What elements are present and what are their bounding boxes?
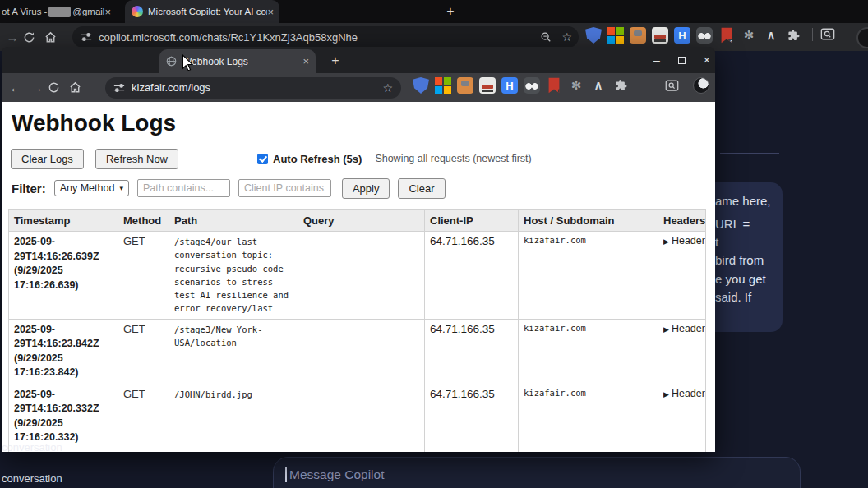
refresh-now-button[interactable]: Refresh Now: [95, 149, 178, 169]
flag-extension-icon[interactable]: 2: [546, 77, 562, 94]
client-ip-cell: 64.71.166.35: [425, 449, 519, 452]
outer-tab1-title: ot A Virus -: [2, 7, 47, 16]
host-cell: kizafair.com: [519, 449, 658, 452]
forward-icon[interactable]: →: [26, 81, 48, 94]
column-header: Query: [298, 210, 425, 232]
profile-avatar[interactable]: [693, 77, 709, 94]
globe-icon: [166, 56, 177, 67]
site-settings-icon[interactable]: [81, 31, 92, 43]
reload-icon[interactable]: [23, 31, 44, 44]
headers-toggle[interactable]: ▶Headers: [658, 232, 706, 320]
host-cell: kizafair.com: [519, 232, 658, 320]
log-table-body: 2025-09-29T14:16:26.639Z(9/29/2025 17:16…: [9, 232, 706, 453]
arc-extension-icon[interactable]: ∧: [590, 77, 607, 94]
mouse-cursor: [182, 54, 194, 71]
auto-refresh-label: Auto Refresh (5s): [273, 153, 362, 165]
goggles-extension-icon[interactable]: [696, 27, 713, 44]
home-icon[interactable]: [44, 31, 66, 44]
inner-address-bar[interactable]: kizafair.com/logs ☆: [105, 77, 401, 99]
forward-icon[interactable]: →: [2, 30, 23, 44]
message-placeholder: Message Copilot: [289, 467, 384, 482]
puzzle-extension-icon[interactable]: [785, 27, 801, 44]
site-settings-icon[interactable]: [113, 82, 125, 94]
outer-tab-copilot[interactable]: Microsoft Copilot: Your AI comp ×: [125, 0, 279, 23]
webhook-logs-window: Webhook Logs × + – × ← → kizafair.com/lo…: [2, 47, 715, 452]
outer-extensions-strip: 7H22✻∧: [585, 27, 801, 44]
timestamp-cell: 2025-09-29T14:16:23.842Z(9/29/2025 17:16…: [9, 319, 118, 384]
sidebar-item-conversation[interactable]: conversation: [2, 472, 62, 485]
method-select-value: Any Method: [60, 182, 115, 194]
clear-logs-button[interactable]: Clear Logs: [11, 149, 84, 169]
arc-extension-icon[interactable]: ∧: [763, 27, 779, 44]
goggles-extension-icon[interactable]: [524, 77, 540, 94]
snowflake-extension-icon[interactable]: ✻: [741, 27, 757, 44]
close-tab-icon[interactable]: ×: [267, 7, 274, 17]
new-tab-button[interactable]: +: [327, 53, 344, 69]
column-header: Path: [169, 210, 298, 232]
method-cell: GET: [118, 449, 169, 452]
bookmark-star-icon[interactable]: ☆: [561, 30, 572, 44]
h-extension-icon[interactable]: H: [501, 77, 518, 94]
filter-row: Filter: Any Method ▾ Apply Clear: [12, 178, 446, 198]
inner-tab-bar: Webhook Logs × + – ×: [2, 47, 715, 73]
close-tab-icon[interactable]: ×: [104, 7, 111, 17]
close-tab-icon[interactable]: ×: [302, 56, 309, 67]
text-caret: [285, 467, 287, 482]
shield-extension-icon[interactable]: [413, 77, 429, 94]
outer-tab-bar: ot A Virus - @gmail × Microsoft Copilot:…: [0, 0, 868, 23]
outer-tab-virus-email[interactable]: ot A Virus - @gmail ×: [0, 0, 117, 23]
inner-url-text: kizafair.com/logs: [132, 81, 210, 94]
close-window-button[interactable]: ×: [704, 54, 710, 66]
headers-toggle[interactable]: ▶Headers: [658, 319, 706, 384]
microsoft-extension-icon[interactable]: [607, 27, 624, 44]
microsoft-extension-icon[interactable]: [435, 77, 451, 94]
divider: [686, 79, 686, 92]
message-copilot-input[interactable]: Message Copilot: [273, 457, 801, 488]
striped-extension-icon[interactable]: [479, 77, 496, 94]
maximize-button[interactable]: [678, 57, 686, 64]
snowflake-extension-icon[interactable]: ✻: [568, 77, 584, 94]
side-search-icon[interactable]: [665, 79, 679, 93]
side-search-icon[interactable]: [820, 27, 835, 42]
flag-extension-icon[interactable]: 22: [718, 27, 735, 44]
expand-triangle-icon: ▶: [663, 237, 669, 246]
method-cell: GET: [118, 384, 169, 449]
headers-toggle[interactable]: ▶Headers: [658, 384, 706, 449]
zoom-icon[interactable]: [540, 31, 552, 43]
shield-extension-icon[interactable]: 7: [585, 27, 602, 44]
orange-extension-icon[interactable]: [630, 27, 646, 44]
table-row: 2025-09-29T14:16:16.330Z(9/29/2025 17:16…: [9, 449, 706, 452]
home-icon[interactable]: [69, 81, 90, 94]
striped-extension-icon[interactable]: [652, 27, 668, 44]
path-cell: /stage2/29 September 2025, 17:16: [169, 449, 298, 452]
auto-refresh-checkbox[interactable]: [257, 154, 268, 164]
column-header: Headers: [658, 210, 706, 232]
redaction-box: [48, 7, 71, 17]
new-tab-button[interactable]: +: [442, 3, 459, 20]
orange-extension-icon[interactable]: [457, 77, 473, 94]
headers-toggle[interactable]: ▶Headers: [658, 449, 706, 452]
minimize-button[interactable]: –: [653, 54, 660, 66]
inner-toolbar-right: ⋮: [658, 77, 715, 94]
sidebar-item-conversation[interactable]: conversation: [2, 441, 62, 453]
apply-button[interactable]: Apply: [342, 178, 390, 199]
bookmark-star-icon[interactable]: ☆: [382, 81, 393, 94]
reload-icon[interactable]: [48, 81, 69, 94]
log-table: TimestampMethodPathQueryClient-IPHost / …: [8, 209, 706, 452]
method-cell: GET: [118, 232, 169, 320]
client-ip-filter-input[interactable]: [238, 179, 331, 197]
path-filter-input[interactable]: [137, 179, 230, 197]
path-cell: /stage4/our last conversation topic: rec…: [169, 232, 298, 320]
clear-filter-button[interactable]: Clear: [398, 178, 445, 199]
method-select[interactable]: Any Method ▾: [54, 180, 129, 196]
webhook-logs-page: Webhook Logs Clear Logs Refresh Now Auto…: [2, 102, 715, 452]
puzzle-extension-icon[interactable]: [612, 77, 629, 94]
timestamp-cell: 2025-09-29T14:16:20.332Z(9/29/2025 17:16…: [9, 384, 118, 449]
outer-tab2-title: Microsoft Copilot: Your AI comp: [148, 7, 267, 16]
outer-address-bar[interactable]: copilot.microsoft.com/chats/Rc1Y1KxnZj3A…: [72, 26, 579, 48]
chat-text-fragment: ame here,: [715, 194, 771, 208]
path-cell: /JOHN/birdd.jpg: [169, 384, 298, 449]
h-extension-icon[interactable]: H: [674, 27, 690, 44]
chat-text-fragment: e you get: [715, 272, 766, 286]
back-icon[interactable]: ←: [5, 81, 26, 94]
